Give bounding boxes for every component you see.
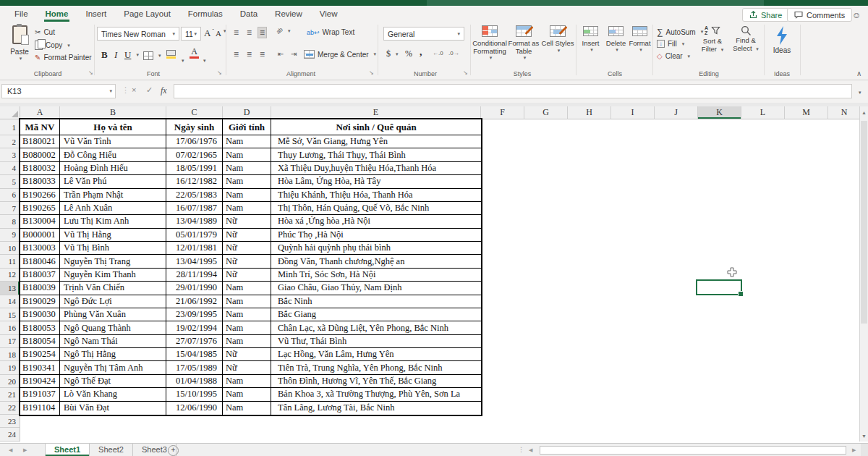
format-cells-button[interactable]: Format ▾	[628, 26, 652, 53]
number-format-combo[interactable]: General▾	[383, 27, 464, 41]
table-cell[interactable]: B190265	[20, 202, 60, 214]
merge-center-button[interactable]: Merge & Center ▾	[304, 50, 376, 59]
sheet-tab-sheet1[interactable]: Sheet1	[45, 444, 90, 456]
table-cell[interactable]: Nữ	[223, 215, 271, 227]
column-header-G[interactable]: G	[524, 106, 568, 119]
table-cell[interactable]: 28/11/1994	[166, 269, 223, 281]
paste-button[interactable]: Paste ▾	[6, 25, 33, 62]
table-cell[interactable]: Ngô Nam Thái	[60, 335, 166, 347]
title-search-box[interactable]	[427, 0, 764, 6]
cell-styles-button[interactable]: Cell Styles ▾	[541, 25, 574, 54]
cut-button[interactable]: ✂ Cut	[35, 28, 55, 36]
table-cell[interactable]: 27/07/1976	[166, 335, 223, 347]
dropdown-icon[interactable]: ▾	[179, 52, 184, 65]
table-cell[interactable]: Nam	[223, 402, 271, 415]
table-cell[interactable]: Nam	[223, 175, 271, 187]
table-cell[interactable]: Lưu Thị Kim Anh	[60, 215, 166, 227]
column-header-F[interactable]: F	[481, 106, 524, 119]
table-cell[interactable]: Bắc Giang	[271, 308, 481, 321]
table-cell[interactable]: 15/04/1985	[166, 348, 223, 360]
borders-button[interactable]: ▾	[143, 51, 161, 60]
copy-button[interactable]: Copy ▾	[35, 41, 70, 50]
row-header-9[interactable]: 9	[0, 229, 20, 242]
table-cell[interactable]: B190341	[20, 361, 60, 373]
table-cell[interactable]: Họ và tên	[60, 119, 166, 135]
ribbon-tab-review[interactable]: Review	[266, 6, 311, 22]
table-cell[interactable]: B130003	[20, 242, 60, 254]
row-header-5[interactable]: 5	[0, 175, 20, 188]
clipboard-dialog-launcher[interactable]: ↘	[88, 69, 93, 76]
table-cell[interactable]: Bắc Ninh	[271, 295, 481, 308]
row-header-11[interactable]: 11	[0, 255, 20, 268]
row-header-13[interactable]: 13	[0, 282, 20, 295]
table-cell[interactable]: Lạc Hồng, Văn Lâm, Hưng Yên	[271, 348, 481, 360]
clear-button[interactable]: ◇ Clear ▾	[657, 52, 690, 60]
table-cell[interactable]: 15/10/1995	[166, 388, 223, 400]
delete-cells-button[interactable]: × Delete ▾	[604, 26, 628, 53]
table-cell[interactable]: Thiệu Khánh, Thiệu Hóa, Thanh Hóa	[271, 189, 481, 201]
table-cell[interactable]: B180046	[20, 255, 60, 267]
align-top-button[interactable]: ≡	[231, 27, 241, 38]
fill-button[interactable]: ↓ Fill ▾	[657, 40, 684, 48]
column-header-J[interactable]: J	[655, 106, 698, 119]
table-cell[interactable]: Nam	[223, 295, 271, 308]
underline-button[interactable]: U▾	[124, 49, 139, 61]
column-header-L[interactable]: L	[741, 106, 785, 119]
ribbon-tab-formulas[interactable]: Formulas	[179, 6, 231, 22]
font-size-combo[interactable]: 11▾	[181, 27, 201, 41]
find-select-button[interactable]: Find & Select ▾	[729, 25, 762, 53]
wrap-text-button[interactable]: ab↩ Wrap Text	[307, 28, 354, 36]
table-cell[interactable]: Ngày sinh	[166, 119, 223, 135]
align-right-button[interactable]: ≡	[258, 48, 267, 60]
table-cell[interactable]: 13/04/1989	[166, 215, 223, 227]
table-cell[interactable]: Nam	[223, 148, 271, 161]
sheet-grid[interactable]: ABCDEFGHIJKLMN12345678910111213141516171…	[0, 103, 868, 443]
align-middle-button[interactable]: ≡	[244, 27, 254, 38]
table-cell[interactable]: Nam	[223, 202, 271, 214]
table-cell[interactable]: Nữ	[223, 269, 271, 281]
table-cell[interactable]: B180032	[20, 162, 60, 174]
table-cell[interactable]: Nam	[223, 189, 271, 201]
table-cell[interactable]: Bùi Văn Đạt	[60, 402, 166, 415]
table-cell[interactable]: B190030	[20, 308, 60, 321]
increase-decimal-button[interactable]: ←.0	[433, 50, 443, 56]
prev-sheet-icon[interactable]: ◀	[9, 447, 12, 453]
row-header-1[interactable]: 1	[0, 119, 20, 135]
sheet-tab-sheet2[interactable]: Sheet2	[90, 444, 133, 456]
table-cell[interactable]: 17/05/1989	[166, 361, 223, 373]
table-cell[interactable]: B190266	[20, 189, 60, 201]
comments-button[interactable]: Comments	[787, 8, 852, 22]
table-cell[interactable]: Vũ Thị Hằng	[60, 229, 166, 241]
next-sheet-icon[interactable]: ▶	[23, 447, 27, 453]
table-cell[interactable]: Nam	[223, 282, 271, 294]
table-cell[interactable]: Hòa xá ,Ứng hòa ,Hà Nội	[271, 215, 481, 227]
table-cell[interactable]: Phúc Thọ ,Hà Nội	[271, 229, 481, 241]
row-header-16[interactable]: 16	[0, 321, 20, 334]
row-header-2[interactable]: 2	[0, 135, 20, 148]
hscroll-right-icon[interactable]: ▶	[852, 447, 856, 453]
table-cell[interactable]: Phùng Văn Xuân	[60, 308, 166, 321]
table-cell[interactable]: Nam	[223, 308, 271, 321]
table-cell[interactable]: Quỳnh hải quỳnh phụ thái bình	[271, 242, 481, 254]
column-header-I[interactable]: I	[611, 106, 655, 119]
table-cell[interactable]: Ngô Quang Thành	[60, 321, 166, 334]
table-cell[interactable]: B191104	[20, 402, 60, 415]
select-all-corner[interactable]	[0, 106, 20, 119]
font-color-button[interactable]: A	[190, 48, 199, 59]
row-header-24[interactable]: 24	[0, 428, 20, 441]
ribbon-tab-file[interactable]: File	[6, 6, 37, 22]
table-cell[interactable]: Nữ	[223, 229, 271, 241]
table-cell[interactable]: Giao Châu, Giao Thủy, Nam Định	[271, 282, 481, 294]
confirm-entry-icon[interactable]: ✓	[146, 85, 153, 95]
dropdown-icon[interactable]: ▾	[201, 52, 206, 65]
shrink-font-button[interactable]: A▾	[216, 29, 226, 38]
table-cell[interactable]: B080002	[20, 148, 60, 161]
table-cell[interactable]: B180021	[20, 135, 60, 148]
table-cell[interactable]: Lê Văn Phú	[60, 175, 166, 187]
table-cell[interactable]: Trần Phạm Nhật	[60, 189, 166, 201]
conditional-formatting-button[interactable]: Conditional Formatting ▾	[473, 25, 506, 61]
row-header-23[interactable]: 23	[0, 415, 20, 428]
table-cell[interactable]: Ngô Thị Hằng	[60, 348, 166, 360]
vertical-scrollbar[interactable]: ▲ ▼	[859, 106, 868, 442]
format-as-table-button[interactable]: Format as Table ▾	[507, 25, 540, 61]
